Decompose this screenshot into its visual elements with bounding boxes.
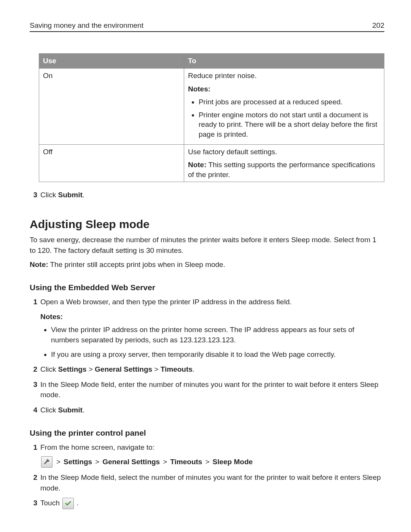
notes-label: Notes: <box>40 312 384 322</box>
separator: > <box>95 457 99 467</box>
table-row: On Reduce printer noise. Notes: Print jo… <box>39 68 384 145</box>
step-text: In the Sleep Mode field, select the numb… <box>40 473 381 492</box>
breadcrumb-part: Sleep Mode <box>213 457 253 467</box>
list-item: View the printer IP address on the print… <box>51 324 384 345</box>
breadcrumb-part: General Settings <box>95 365 152 373</box>
step-text: In the Sleep Mode field, enter the numbe… <box>40 380 378 399</box>
list-item: Printer engine motors do not start until… <box>199 110 380 139</box>
panel-steps: From the home screen, navigate to: > Set… <box>30 442 384 510</box>
settings-table: Use To On Reduce printer noise. Notes: P… <box>39 53 384 182</box>
running-header: Saving money and the environment 202 <box>30 21 384 32</box>
cell-to: Reduce printer noise. Notes: Print jobs … <box>184 68 384 145</box>
table-row: Off Use factory default settings. Note: … <box>39 145 384 182</box>
breadcrumb-part: Timeouts <box>161 365 193 373</box>
separator: > <box>56 457 61 467</box>
step-bold: Submit <box>58 406 82 414</box>
wrench-icon <box>41 456 53 468</box>
notes-list: Print jobs are processed at a reduced sp… <box>188 97 380 139</box>
step-suffix: . <box>76 499 78 507</box>
continued-steps: Click Submit. <box>30 190 384 200</box>
list-item: Print jobs are processed at a reduced sp… <box>199 97 380 107</box>
breadcrumb-part: Settings <box>58 365 86 373</box>
cell-to: Use factory default settings. Note: This… <box>184 145 384 182</box>
step: In the Sleep Mode field, select the numb… <box>30 472 384 493</box>
section-heading: Adjusting Sleep mode <box>30 218 384 231</box>
ews-steps: Open a Web browser, and then type the pr… <box>30 297 384 415</box>
separator: > <box>163 457 167 467</box>
step: In the Sleep Mode field, enter the numbe… <box>30 379 384 400</box>
step-suffix: . <box>193 365 194 373</box>
column-header-to: To <box>184 54 384 69</box>
notes-list: View the printer IP address on the print… <box>40 324 384 360</box>
subsection-heading: Using the printer control panel <box>30 428 384 438</box>
breadcrumb-part: General Settings <box>102 457 160 467</box>
step-suffix: . <box>83 191 84 199</box>
breadcrumb-part: Timeouts <box>170 457 202 467</box>
step-text: Click <box>40 406 58 414</box>
step: Open a Web browser, and then type the pr… <box>30 297 384 360</box>
page-number: 202 <box>372 21 384 30</box>
separator: > <box>205 457 209 467</box>
step-text: Click <box>40 191 58 199</box>
step-text: Click <box>40 365 58 373</box>
step-text: Open a Web browser, and then type the pr… <box>40 298 292 306</box>
cell-use: On <box>39 68 184 145</box>
document-page: Saving money and the environment 202 Use… <box>0 0 411 532</box>
step-text: Touch <box>40 499 62 507</box>
breadcrumb-part: Settings <box>64 457 92 467</box>
column-header-use: Use <box>39 54 184 69</box>
note-label: Note: <box>30 260 48 268</box>
note-text: This setting supports the performance sp… <box>188 161 375 179</box>
separator: > <box>152 365 161 373</box>
step-suffix: . <box>83 406 84 414</box>
step-text: From the home screen, navigate to: <box>40 443 155 451</box>
step: Click Submit. <box>30 190 384 200</box>
separator: > <box>86 365 95 373</box>
notes-label: Notes: <box>188 84 380 94</box>
section-note: Note: The printer still accepts print jo… <box>30 259 384 270</box>
note-paragraph: Note: This setting supports the performa… <box>188 160 380 179</box>
checkmark-icon <box>62 498 74 509</box>
step: Click Submit. <box>30 405 384 415</box>
note-text: The printer still accepts print jobs whe… <box>48 260 225 268</box>
section-paragraph: To save energy, decrease the number of m… <box>30 235 384 256</box>
subsection-heading: Using the Embedded Web Server <box>30 283 384 292</box>
chapter-title: Saving money and the environment <box>30 21 143 30</box>
breadcrumb: > Settings > General Settings > Timeouts… <box>40 456 384 468</box>
step: From the home screen, navigate to: > Set… <box>30 442 384 468</box>
step: Click Settings > General Settings > Time… <box>30 364 384 375</box>
list-item: If you are using a proxy server, then te… <box>51 349 384 360</box>
cell-use: Off <box>39 145 184 182</box>
cell-main-text: Use factory default settings. <box>188 147 380 157</box>
step-bold: Submit <box>58 191 82 199</box>
cell-main-text: Reduce printer noise. <box>188 71 380 81</box>
note-label: Note: <box>188 161 207 169</box>
step: Touch . <box>30 498 384 509</box>
